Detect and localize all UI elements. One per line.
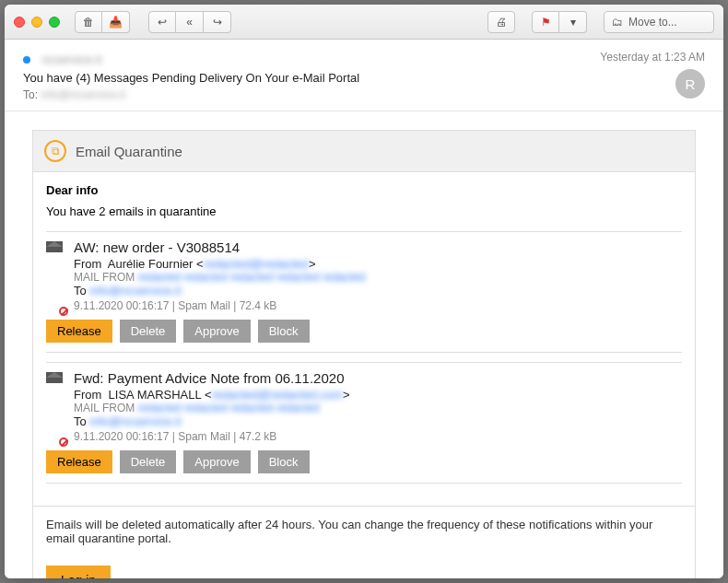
archive-button[interactable]: 📥 (102, 11, 130, 33)
quarantine-item: AW: new order - V3088514 From Aurélie Fo… (46, 231, 682, 353)
unread-dot-icon (23, 56, 30, 64)
mail-mailfrom: MAIL FROM redacted redacted redacted red… (74, 271, 682, 284)
approve-button[interactable]: Approve (183, 320, 250, 343)
mail-subject: Fwd: Payment Advice Note from 06.11.2020 (74, 370, 682, 386)
window-controls (14, 17, 60, 28)
archive-icon: 📥 (109, 16, 123, 29)
quarantine-count: You have 2 emails in quarantine (46, 204, 682, 218)
mail-from: From Aurélie Fournier <redacted@redacted… (74, 257, 682, 271)
quarantine-title: Email Quarantine (76, 144, 182, 159)
folder-move-icon: 🗂 (612, 16, 623, 29)
approve-button[interactable]: Approve (183, 450, 250, 473)
release-button[interactable]: Release (46, 320, 112, 343)
delete-button[interactable]: Delete (120, 450, 177, 473)
forward-button[interactable]: ↪ (204, 11, 231, 33)
reply-button[interactable]: ↩ (148, 11, 176, 33)
print-icon: 🖨 (496, 16, 507, 29)
mail-from: From LISA MARSHALL <redacted@redacted.co… (74, 388, 682, 402)
login-button[interactable]: Log in (46, 566, 111, 578)
quarantine-card: ⧉ Email Quarantine Dear info You have 2 … (32, 130, 696, 578)
move-to-label: Move to... (628, 16, 677, 29)
to-value: info@ncservice.it (41, 88, 125, 101)
avatar: R (675, 69, 705, 99)
flag-button[interactable]: ⚑ (532, 11, 559, 33)
reply-all-button[interactable]: « (176, 11, 204, 33)
chevron-down-icon: ▾ (570, 16, 576, 29)
message-header: ncservice.it You have (4) Messages Pendi… (5, 40, 723, 111)
flag-icon: ⚑ (541, 16, 551, 29)
block-button[interactable]: Block (258, 450, 310, 473)
message-content: ncservice.it You have (4) Messages Pendi… (5, 40, 723, 578)
to-label: To: (23, 88, 38, 101)
blocked-mail-icon (46, 372, 65, 443)
quarantine-header: ⧉ Email Quarantine (33, 131, 695, 172)
mail-window: 🗑 📥 ↩ « ↪ 🖨 ⚑ ▾ 🗂 Move to... ncservice.i (5, 5, 723, 578)
avatar-letter: R (686, 76, 696, 92)
message-body: ⧉ Email Quarantine Dear info You have 2 … (5, 111, 723, 578)
quarantine-icon: ⧉ (44, 140, 66, 162)
blocked-mail-icon (46, 241, 65, 312)
close-window-button[interactable] (14, 17, 25, 28)
print-button[interactable]: 🖨 (487, 11, 515, 33)
trash-icon: 🗑 (83, 16, 94, 29)
maximize-window-button[interactable] (49, 17, 60, 28)
mail-meta: 9.11.2020 00:16:17 | Spam Mail | 72.4 kB (74, 299, 682, 312)
forward-icon: ↪ (213, 16, 222, 29)
quarantine-footer-note: Emails will be deleted automatically aft… (33, 506, 695, 556)
mail-to: To info@ncservice.it (74, 284, 682, 297)
reply-icon: ↩ (158, 16, 167, 29)
minimize-window-button[interactable] (31, 17, 42, 28)
mail-subject: AW: new order - V3088514 (74, 239, 682, 255)
flag-dropdown-button[interactable]: ▾ (559, 11, 587, 33)
greeting: Dear info (46, 183, 682, 197)
subject-line: You have (4) Messages Pending Delivery O… (23, 71, 600, 85)
timestamp: Yesterday at 1:23 AM (600, 51, 705, 64)
release-button[interactable]: Release (46, 450, 112, 473)
sender-name: ncservice.it (41, 52, 101, 66)
mail-mailfrom: MAIL FROM redacted redacted redacted red… (74, 402, 682, 414)
titlebar: 🗑 📥 ↩ « ↪ 🖨 ⚑ ▾ 🗂 Move to... (5, 5, 723, 40)
move-to-dropdown[interactable]: 🗂 Move to... (604, 11, 714, 33)
mail-to: To info@ncservice.it (74, 414, 682, 428)
trash-button[interactable]: 🗑 (75, 11, 102, 33)
quarantine-item: Fwd: Payment Advice Note from 06.11.2020… (46, 362, 682, 484)
mail-meta: 9.11.2020 00:16:17 | Spam Mail | 47.2 kB (74, 430, 682, 443)
to-line: To: info@ncservice.it (23, 88, 600, 101)
block-button[interactable]: Block (258, 320, 310, 343)
reply-all-icon: « (186, 16, 193, 29)
delete-button[interactable]: Delete (120, 320, 177, 343)
